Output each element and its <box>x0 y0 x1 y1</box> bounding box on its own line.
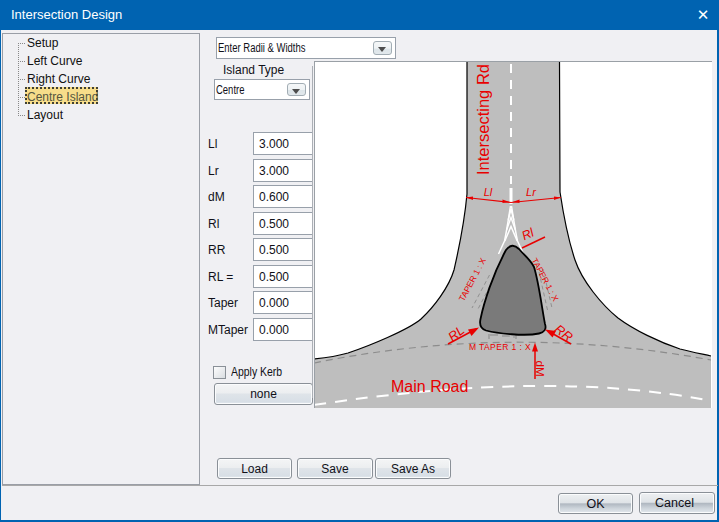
svg-text:M TAPER 1 : X: M TAPER 1 : X <box>469 342 531 352</box>
svg-text:Intersecting Rd: Intersecting Rd <box>474 64 492 175</box>
svg-text:dM: dM <box>534 361 546 377</box>
svg-text:Ll: Ll <box>484 186 493 198</box>
svg-text:Lr: Lr <box>526 186 537 198</box>
svg-text:Main Road: Main Road <box>391 378 468 395</box>
